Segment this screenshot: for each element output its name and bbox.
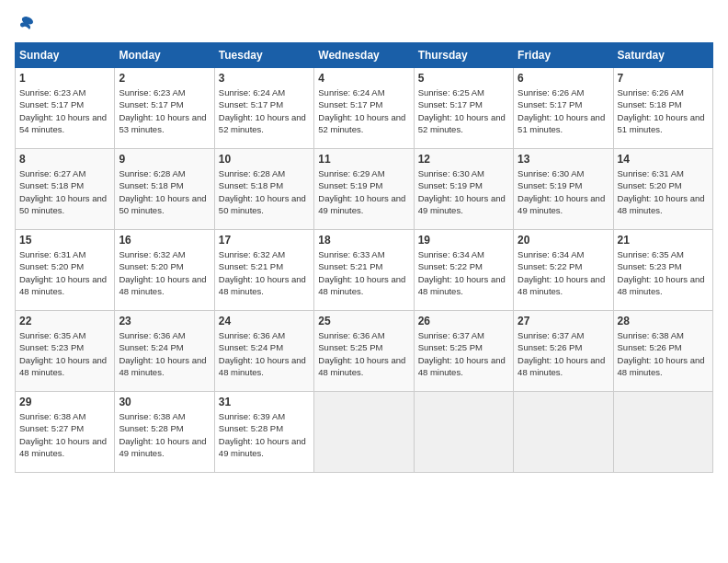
day-number: 4	[318, 72, 409, 85]
day-info: Sunrise: 6:34 AM Sunset: 5:22 PM Dayligh…	[518, 248, 609, 297]
week-row-3: 15 Sunrise: 6:31 AM Sunset: 5:20 PM Dayl…	[16, 230, 713, 311]
day-info: Sunrise: 6:28 AM Sunset: 5:18 PM Dayligh…	[119, 167, 210, 216]
week-row-1: 1 Sunrise: 6:23 AM Sunset: 5:17 PM Dayli…	[16, 68, 713, 149]
day-info: Sunrise: 6:24 AM Sunset: 5:17 PM Dayligh…	[219, 86, 310, 135]
day-number: 25	[318, 315, 409, 327]
day-info: Sunrise: 6:23 AM Sunset: 5:17 PM Dayligh…	[119, 86, 210, 135]
calendar-cell: 31 Sunrise: 6:39 AM Sunset: 5:28 PM Dayl…	[214, 392, 313, 473]
calendar-cell: 27 Sunrise: 6:37 AM Sunset: 5:26 PM Dayl…	[514, 311, 613, 392]
day-info: Sunrise: 6:36 AM Sunset: 5:25 PM Dayligh…	[318, 329, 409, 378]
calendar-cell: 5 Sunrise: 6:25 AM Sunset: 5:17 PM Dayli…	[414, 68, 513, 149]
calendar-cell: 16 Sunrise: 6:32 AM Sunset: 5:20 PM Dayl…	[115, 230, 214, 311]
day-info: Sunrise: 6:23 AM Sunset: 5:17 PM Dayligh…	[19, 86, 110, 135]
day-info: Sunrise: 6:28 AM Sunset: 5:18 PM Dayligh…	[219, 167, 310, 216]
day-info: Sunrise: 6:33 AM Sunset: 5:21 PM Dayligh…	[318, 248, 409, 297]
day-info: Sunrise: 6:31 AM Sunset: 5:20 PM Dayligh…	[19, 248, 110, 297]
day-info: Sunrise: 6:35 AM Sunset: 5:23 PM Dayligh…	[618, 248, 709, 297]
day-header-tuesday: Tuesday	[214, 43, 313, 68]
calendar-cell: 9 Sunrise: 6:28 AM Sunset: 5:18 PM Dayli…	[115, 149, 214, 230]
day-info: Sunrise: 6:38 AM Sunset: 5:28 PM Dayligh…	[119, 410, 210, 459]
day-info: Sunrise: 6:39 AM Sunset: 5:28 PM Dayligh…	[219, 410, 310, 459]
day-number: 17	[219, 234, 310, 247]
day-info: Sunrise: 6:26 AM Sunset: 5:17 PM Dayligh…	[518, 86, 609, 135]
calendar-cell: 7 Sunrise: 6:26 AM Sunset: 5:18 PM Dayli…	[613, 68, 712, 149]
day-number: 22	[19, 315, 110, 327]
week-row-4: 22 Sunrise: 6:35 AM Sunset: 5:23 PM Dayl…	[16, 311, 713, 392]
day-number: 26	[418, 315, 509, 327]
day-info: Sunrise: 6:36 AM Sunset: 5:24 PM Dayligh…	[119, 329, 210, 378]
day-number: 24	[219, 315, 310, 327]
day-number: 23	[119, 315, 210, 327]
calendar-cell: 4 Sunrise: 6:24 AM Sunset: 5:17 PM Dayli…	[314, 68, 414, 149]
day-number: 27	[518, 315, 609, 327]
day-number: 12	[418, 153, 509, 166]
calendar-cell: 2 Sunrise: 6:23 AM Sunset: 5:17 PM Dayli…	[115, 68, 214, 149]
day-number: 9	[119, 153, 210, 166]
day-info: Sunrise: 6:30 AM Sunset: 5:19 PM Dayligh…	[518, 167, 609, 216]
calendar-cell: 23 Sunrise: 6:36 AM Sunset: 5:24 PM Dayl…	[115, 311, 214, 392]
day-number: 19	[418, 234, 509, 247]
day-info: Sunrise: 6:30 AM Sunset: 5:19 PM Dayligh…	[418, 167, 509, 216]
week-row-2: 8 Sunrise: 6:27 AM Sunset: 5:18 PM Dayli…	[16, 149, 713, 230]
day-number: 13	[518, 153, 609, 166]
day-number: 14	[618, 153, 709, 166]
calendar-cell: 19 Sunrise: 6:34 AM Sunset: 5:22 PM Dayl…	[414, 230, 513, 311]
day-info: Sunrise: 6:32 AM Sunset: 5:20 PM Dayligh…	[119, 248, 210, 297]
day-info: Sunrise: 6:34 AM Sunset: 5:22 PM Dayligh…	[418, 248, 509, 297]
day-info: Sunrise: 6:38 AM Sunset: 5:27 PM Dayligh…	[19, 410, 110, 459]
logo	[15, 15, 37, 33]
day-number: 2	[119, 72, 210, 85]
calendar-cell: 25 Sunrise: 6:36 AM Sunset: 5:25 PM Dayl…	[314, 311, 414, 392]
calendar-cell: 3 Sunrise: 6:24 AM Sunset: 5:17 PM Dayli…	[214, 68, 313, 149]
day-info: Sunrise: 6:27 AM Sunset: 5:18 PM Dayligh…	[19, 167, 110, 216]
day-number: 29	[19, 396, 110, 408]
calendar-cell	[514, 392, 613, 473]
day-number: 10	[219, 153, 310, 166]
logo-bird-icon	[17, 15, 35, 33]
day-number: 30	[119, 396, 210, 408]
day-number: 28	[618, 315, 709, 327]
day-info: Sunrise: 6:29 AM Sunset: 5:19 PM Dayligh…	[318, 167, 409, 216]
calendar-cell: 1 Sunrise: 6:23 AM Sunset: 5:17 PM Dayli…	[16, 68, 115, 149]
calendar-cell: 20 Sunrise: 6:34 AM Sunset: 5:22 PM Dayl…	[514, 230, 613, 311]
day-info: Sunrise: 6:38 AM Sunset: 5:26 PM Dayligh…	[618, 329, 709, 378]
day-info: Sunrise: 6:36 AM Sunset: 5:24 PM Dayligh…	[219, 329, 310, 378]
day-info: Sunrise: 6:35 AM Sunset: 5:23 PM Dayligh…	[19, 329, 110, 378]
calendar-cell: 14 Sunrise: 6:31 AM Sunset: 5:20 PM Dayl…	[613, 149, 712, 230]
calendar-cell: 12 Sunrise: 6:30 AM Sunset: 5:19 PM Dayl…	[414, 149, 513, 230]
calendar-cell	[613, 392, 712, 473]
calendar-cell: 21 Sunrise: 6:35 AM Sunset: 5:23 PM Dayl…	[613, 230, 712, 311]
day-number: 18	[318, 234, 409, 247]
day-info: Sunrise: 6:37 AM Sunset: 5:25 PM Dayligh…	[418, 329, 509, 378]
calendar-cell: 30 Sunrise: 6:38 AM Sunset: 5:28 PM Dayl…	[115, 392, 214, 473]
calendar-cell	[314, 392, 414, 473]
day-number: 1	[19, 72, 110, 85]
day-number: 5	[418, 72, 509, 85]
day-info: Sunrise: 6:24 AM Sunset: 5:17 PM Dayligh…	[318, 86, 409, 135]
day-number: 8	[19, 153, 110, 166]
calendar-cell: 13 Sunrise: 6:30 AM Sunset: 5:19 PM Dayl…	[514, 149, 613, 230]
day-number: 20	[518, 234, 609, 247]
calendar-cell: 8 Sunrise: 6:27 AM Sunset: 5:18 PM Dayli…	[16, 149, 115, 230]
calendar-cell: 6 Sunrise: 6:26 AM Sunset: 5:17 PM Dayli…	[514, 68, 613, 149]
calendar-cell: 10 Sunrise: 6:28 AM Sunset: 5:18 PM Dayl…	[214, 149, 313, 230]
calendar-cell: 26 Sunrise: 6:37 AM Sunset: 5:25 PM Dayl…	[414, 311, 513, 392]
day-number: 16	[119, 234, 210, 247]
calendar-cell	[414, 392, 513, 473]
page-header	[15, 15, 713, 33]
day-number: 31	[219, 396, 310, 408]
day-header-wednesday: Wednesday	[314, 43, 414, 68]
calendar-table: SundayMondayTuesdayWednesdayThursdayFrid…	[15, 42, 713, 473]
calendar-cell: 15 Sunrise: 6:31 AM Sunset: 5:20 PM Dayl…	[16, 230, 115, 311]
day-number: 21	[618, 234, 709, 247]
day-header-friday: Friday	[514, 43, 613, 68]
day-header-sunday: Sunday	[16, 43, 115, 68]
day-number: 7	[618, 72, 709, 85]
calendar-cell: 24 Sunrise: 6:36 AM Sunset: 5:24 PM Dayl…	[214, 311, 313, 392]
day-info: Sunrise: 6:26 AM Sunset: 5:18 PM Dayligh…	[618, 86, 709, 135]
calendar-header-row: SundayMondayTuesdayWednesdayThursdayFrid…	[16, 43, 713, 68]
calendar-cell: 28 Sunrise: 6:38 AM Sunset: 5:26 PM Dayl…	[613, 311, 712, 392]
day-number: 3	[219, 72, 310, 85]
day-header-thursday: Thursday	[414, 43, 513, 68]
day-info: Sunrise: 6:25 AM Sunset: 5:17 PM Dayligh…	[418, 86, 509, 135]
